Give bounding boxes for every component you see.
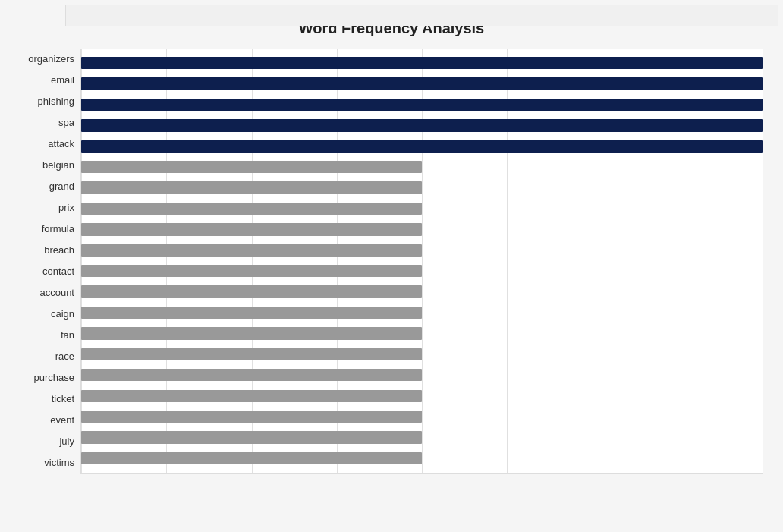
bar-row bbox=[81, 365, 763, 386]
bar-row bbox=[81, 240, 763, 260]
bar-purchase bbox=[81, 369, 422, 381]
top-toolbar bbox=[65, 5, 778, 26]
y-axis-label: formula bbox=[42, 224, 74, 234]
bar-event bbox=[81, 411, 422, 423]
bar-row bbox=[81, 157, 763, 178]
bar-caign bbox=[81, 307, 422, 319]
plot-area bbox=[80, 49, 763, 474]
y-axis-label: ticket bbox=[52, 394, 74, 404]
bar-account bbox=[81, 285, 422, 297]
bar-row bbox=[81, 198, 763, 219]
y-axis-label: race bbox=[55, 351, 74, 361]
bar-row bbox=[81, 427, 763, 448]
y-axis-label: phishing bbox=[38, 96, 74, 106]
bars-container bbox=[81, 49, 763, 473]
bar-row bbox=[81, 406, 763, 427]
y-axis-label: purchase bbox=[34, 373, 74, 382]
y-axis-label: event bbox=[50, 415, 74, 425]
bar-row bbox=[81, 178, 763, 198]
bar-belgian bbox=[81, 161, 422, 173]
y-axis-label: spa bbox=[58, 118, 74, 127]
y-axis-label: caign bbox=[51, 309, 74, 319]
bar-row bbox=[81, 115, 763, 136]
bar-july bbox=[81, 431, 422, 443]
bar-row bbox=[81, 74, 763, 94]
bar-row bbox=[81, 219, 763, 240]
y-axis-label: contact bbox=[42, 266, 74, 276]
chart-container: Word Frequency Analysis organizersemailp… bbox=[5, 5, 778, 528]
y-axis-label: grand bbox=[49, 181, 74, 191]
bar-row bbox=[81, 448, 763, 468]
bar-row bbox=[81, 53, 763, 74]
grid-line bbox=[763, 49, 763, 473]
y-axis-label: belgian bbox=[42, 160, 74, 170]
bar-spa bbox=[81, 119, 763, 131]
bar-prix bbox=[81, 203, 422, 215]
bar-organizers bbox=[81, 57, 763, 69]
bar-grand bbox=[81, 181, 422, 194]
bar-ticket bbox=[81, 390, 422, 402]
bar-fan bbox=[81, 327, 422, 339]
y-axis-label: victims bbox=[44, 458, 74, 467]
bar-row bbox=[81, 386, 763, 406]
chart-area: organizersemailphishingspaattackbelgiang… bbox=[20, 49, 763, 474]
bar-row bbox=[81, 344, 763, 364]
bar-formula bbox=[81, 223, 422, 235]
y-axis-label: breach bbox=[44, 245, 74, 255]
bar-row bbox=[81, 323, 763, 344]
y-axis-label: organizers bbox=[28, 54, 74, 64]
y-axis-label: attack bbox=[48, 139, 74, 149]
y-axis-label: account bbox=[39, 288, 74, 297]
bar-phishing bbox=[81, 99, 763, 111]
y-axis-label: fan bbox=[61, 330, 74, 340]
y-axis-label: email bbox=[51, 75, 74, 85]
bar-row bbox=[81, 302, 763, 323]
bar-row bbox=[81, 282, 763, 302]
bar-row bbox=[81, 136, 763, 156]
bar-contact bbox=[81, 265, 422, 277]
bar-breach bbox=[81, 244, 422, 257]
bar-attack bbox=[81, 140, 763, 153]
bar-row bbox=[81, 94, 763, 115]
bar-email bbox=[81, 77, 763, 90]
y-axis-label: prix bbox=[58, 203, 74, 212]
y-axis-label: july bbox=[59, 436, 74, 446]
y-axis: organizersemailphishingspaattackbelgiang… bbox=[20, 49, 80, 474]
bar-race bbox=[81, 348, 422, 360]
bar-row bbox=[81, 261, 763, 282]
bar-victims bbox=[81, 452, 422, 464]
